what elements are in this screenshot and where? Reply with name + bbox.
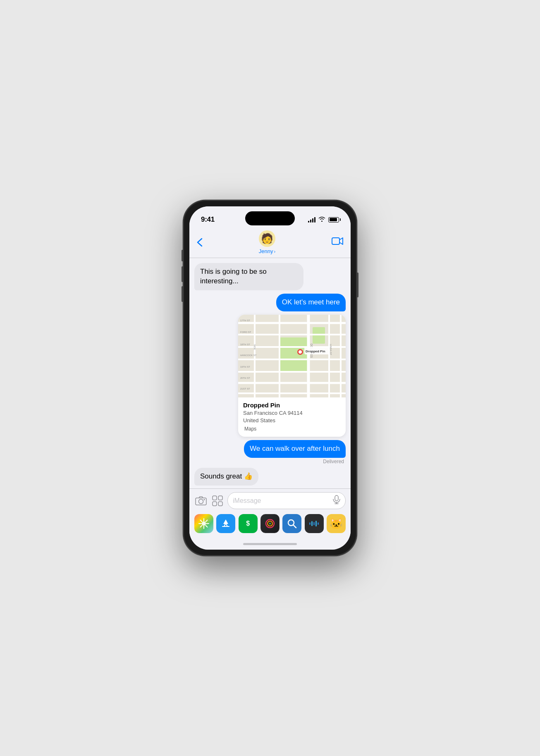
svg-rect-50: [318, 522, 319, 525]
svg-text:Dropped Pin: Dropped Pin: [306, 349, 325, 353]
fitness-app[interactable]: [260, 514, 280, 533]
message-input-field[interactable]: iMessage: [227, 492, 346, 509]
signal-bar-3: [312, 218, 313, 222]
home-bar: [243, 543, 297, 545]
memoji-app[interactable]: 🐱: [327, 514, 346, 533]
map-title: Dropped Pin: [243, 402, 341, 409]
svg-rect-35: [213, 502, 217, 506]
svg-text:HANCOCK ST: HANCOCK ST: [240, 354, 257, 356]
avatar: 🧑: [259, 230, 275, 247]
camera-button[interactable]: [194, 494, 208, 507]
bubble-sent-1: OK let's meet here: [276, 294, 346, 311]
message-sent-1: OK let's meet here: [194, 294, 346, 311]
home-indicator: [189, 538, 351, 550]
app-store-app[interactable]: [216, 514, 235, 533]
phone-screen: 9:41: [189, 206, 351, 550]
bubble-received-2: Sounds great 👍: [194, 468, 258, 486]
svg-point-31: [199, 499, 203, 504]
svg-rect-49: [315, 521, 317, 526]
svg-line-45: [293, 525, 296, 528]
apps-button[interactable]: [211, 494, 224, 507]
svg-point-40: [202, 522, 206, 526]
map-source: Maps: [243, 426, 341, 432]
svg-rect-34: [218, 496, 222, 500]
back-button[interactable]: [197, 238, 203, 247]
messages-area: This is going to be so interesting... OK…: [189, 258, 351, 488]
message-received-2: Sounds great 👍: [194, 468, 346, 486]
volume-up-button[interactable]: [182, 266, 183, 282]
svg-rect-47: [311, 521, 313, 526]
map-address: San Francisco CA 94114United States: [243, 409, 341, 424]
chevron-icon: ›: [274, 249, 276, 254]
message-header: 🧑 Jenny ›: [189, 229, 351, 258]
svg-rect-37: [335, 495, 338, 501]
signal-bar-4: [314, 217, 315, 222]
volume-down-button[interactable]: [182, 286, 183, 302]
battery-fill: [330, 218, 337, 221]
signal-bar-1: [308, 221, 309, 222]
bubble-sent-2: We can walk over after lunch: [244, 440, 346, 458]
svg-rect-46: [309, 522, 311, 525]
contact-info[interactable]: 🧑 Jenny ›: [259, 230, 275, 254]
svg-rect-33: [213, 496, 217, 500]
phone-frame: 9:41: [183, 200, 357, 556]
map-card[interactable]: 17TH ST FORD ST 18TH ST HANCOCK ST 19TH …: [238, 315, 346, 437]
signal-icon: [308, 217, 315, 222]
video-call-button[interactable]: [332, 237, 343, 248]
svg-text:NOE: NOE: [253, 345, 256, 350]
svg-rect-0: [332, 238, 339, 244]
input-area: iMessage: [189, 488, 351, 512]
power-button[interactable]: [357, 273, 358, 297]
map-info: Dropped Pin San Francisco CA 94114United…: [238, 397, 346, 437]
svg-rect-36: [218, 502, 222, 506]
search-app[interactable]: [282, 514, 301, 533]
dynamic-island: [245, 211, 295, 225]
status-icons: [308, 216, 339, 223]
mic-button[interactable]: [333, 495, 340, 506]
dock-apps-row: $: [194, 514, 346, 533]
silent-button[interactable]: [182, 250, 183, 261]
app-dock: $: [189, 512, 351, 538]
message-received-1: This is going to be so interesting...: [194, 263, 346, 290]
svg-text:17TH ST: 17TH ST: [240, 319, 250, 322]
svg-point-32: [204, 499, 205, 500]
svg-point-27: [299, 350, 302, 354]
message-sent-2: We can walk over after lunch Delivered: [194, 440, 346, 464]
map-message[interactable]: 17TH ST FORD ST 18TH ST HANCOCK ST 19TH …: [194, 315, 346, 437]
wifi-icon: [318, 216, 325, 223]
map-preview: 17TH ST FORD ST 18TH ST HANCOCK ST 19TH …: [238, 315, 346, 397]
svg-text:20TH ST: 20TH ST: [240, 377, 250, 379]
input-placeholder: iMessage: [233, 497, 330, 505]
svg-text:FORD ST: FORD ST: [240, 331, 251, 333]
status-time: 9:41: [201, 215, 215, 224]
photos-app[interactable]: [194, 514, 213, 533]
apple-cash-icon: $: [246, 520, 250, 527]
svg-rect-48: [313, 522, 315, 525]
message-status: Delivered: [323, 459, 346, 464]
svg-point-43: [269, 523, 271, 524]
apple-cash-app[interactable]: $: [239, 514, 258, 533]
svg-text:21ST ST: 21ST ST: [240, 388, 250, 390]
soundboard-app[interactable]: [305, 514, 324, 533]
input-row: iMessage: [194, 492, 346, 509]
svg-text:18TH ST: 18TH ST: [240, 343, 250, 346]
bubble-received-1: This is going to be so interesting...: [194, 263, 303, 290]
contact-name: Jenny ›: [259, 248, 275, 254]
signal-bar-2: [310, 220, 311, 222]
svg-rect-2: [280, 337, 308, 373]
battery-icon: [328, 217, 339, 222]
svg-text:19TH ST: 19TH ST: [240, 366, 250, 368]
memoji-icon: 🐱: [330, 517, 343, 530]
